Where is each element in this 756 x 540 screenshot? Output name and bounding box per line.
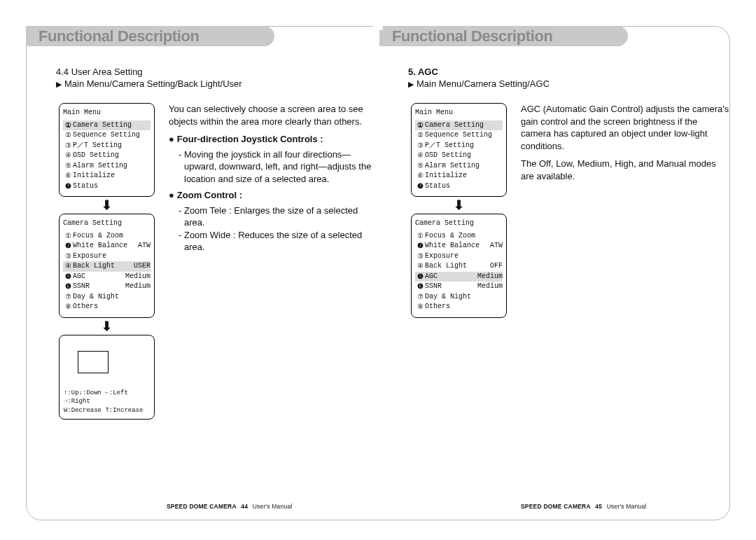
osd-row-value: Medium — [475, 282, 503, 292]
osd-menu-row: ①Focus & Zoom — [415, 231, 503, 242]
osd-row-label: P／T Setting — [73, 141, 150, 151]
osd-row-label: Status — [73, 181, 150, 192]
osd-row-label: OSD Setting — [73, 151, 150, 161]
osd-menu-row: ⑧Others — [415, 302, 503, 312]
osd-row-label: AGC — [425, 272, 475, 282]
osd-box-title: Camera Setting — [415, 219, 503, 229]
osd-row-value: Medium — [122, 282, 150, 292]
osd-row-value: Medium — [122, 272, 150, 282]
osd-row-index: ⑤ — [415, 161, 425, 172]
osd-camera-setting-menu: Camera Setting ①Focus & Zoom❷White Balan… — [59, 214, 155, 318]
osd-menu-row: ⑤Alarm Setting — [415, 161, 503, 172]
osd-row-label: White Balance — [73, 241, 135, 251]
osd-menu-row: ❼Status — [415, 181, 503, 192]
subheading-zoom: ●Zoom Control : — [169, 189, 378, 202]
osd-menu-row: ①Camera Setting — [415, 120, 503, 131]
osd-row-index: ③ — [415, 141, 425, 151]
osd-menu-column: Main Menu ①Camera Setting②Sequence Setti… — [56, 103, 158, 420]
osd-row-index: ⑧ — [415, 302, 425, 312]
osd-menu-row: ⑦Day & Night — [415, 292, 503, 303]
bullet-icon: ● — [169, 133, 174, 146]
osd-row-value: ATW — [135, 241, 150, 251]
osd-row-label: SSNR — [73, 282, 122, 292]
osd-row-index: ❷ — [63, 241, 73, 251]
osd-row-label: Others — [425, 302, 503, 312]
osd-row-label: Camera Setting — [73, 120, 150, 131]
osd-row-label: Sequence Setting — [73, 130, 150, 141]
osd-menu-row: ⑤Alarm Setting — [63, 161, 150, 172]
osd-row-label: Initialize — [425, 171, 503, 181]
down-arrow-icon: ⬇ — [102, 320, 112, 333]
osd-row-index: ④ — [63, 261, 73, 272]
preview-controls-line: ↑:Up↓:Down ←:Left →:Right — [64, 389, 150, 406]
list-item: - Moving the joystick in all four direct… — [178, 148, 378, 186]
osd-menu-row: ⑥Initialize — [63, 171, 150, 181]
tab-title: Functional Description — [38, 27, 200, 46]
osd-row-index: ❻ — [415, 282, 425, 292]
osd-menu-row: ④Back LightUSER — [63, 261, 150, 272]
osd-menu-row: ❷White BalanceATW — [415, 241, 503, 251]
osd-menu-row: ③P／T Setting — [63, 141, 150, 151]
osd-row-index: ⑦ — [415, 292, 425, 303]
osd-row-label: Status — [425, 181, 503, 192]
osd-menu-row: ❺AGCMedium — [415, 272, 503, 282]
preview-controls-line: W:Decrease T:Increase — [64, 406, 150, 415]
page-footer: SPEED DOME CAMERA 44 User's Manual — [167, 503, 292, 510]
osd-row-label: Exposure — [425, 251, 503, 262]
bullet-icon: ● — [169, 189, 174, 202]
osd-row-index: ⑦ — [63, 292, 73, 303]
description-text: You can selectively choose a screen area… — [169, 103, 378, 258]
osd-row-index: ⑥ — [63, 171, 73, 181]
osd-row-label: Initialize — [73, 171, 150, 181]
osd-menu-row: ③Exposure — [415, 251, 503, 262]
footer-page-number: 45 — [595, 503, 602, 510]
osd-menu-row: ④OSD Setting — [63, 151, 150, 161]
osd-row-label: Camera Setting — [425, 120, 503, 131]
osd-box-title: Main Menu — [63, 108, 150, 118]
osd-row-label: White Balance — [425, 241, 487, 251]
osd-row-index: ④ — [415, 151, 425, 161]
osd-row-label: SSNR — [425, 282, 475, 292]
osd-row-index: ③ — [415, 251, 425, 262]
breadcrumb-arrow-icon: ▶ — [408, 80, 414, 89]
manual-spread: Functional Description Functional Descri… — [0, 0, 756, 540]
osd-row-label: Alarm Setting — [425, 161, 503, 172]
osd-row-value: USER — [131, 261, 150, 272]
osd-row-index: ❷ — [415, 241, 425, 251]
section-heading: 5. AGC — [408, 67, 730, 77]
osd-menu-row: ⑧Others — [63, 302, 150, 312]
osd-row-index: ③ — [63, 141, 73, 151]
osd-menu-row: ❼Status — [63, 181, 150, 192]
tab-title: Functional Description — [392, 27, 553, 46]
osd-row-index: ⑤ — [63, 161, 73, 172]
osd-menu-row: ③P／T Setting — [415, 141, 503, 151]
osd-menu-row: ❺AGCMedium — [63, 272, 150, 282]
osd-box-title: Camera Setting — [63, 219, 150, 229]
section-heading: 4.4 User Area Setting — [56, 67, 378, 77]
osd-row-index: ② — [63, 130, 73, 141]
osd-menu-row: ②Sequence Setting — [63, 130, 150, 141]
osd-row-label: Alarm Setting — [73, 161, 150, 172]
osd-row-index: ④ — [63, 151, 73, 161]
breadcrumb: ▶Main Menu/Camera Setting/AGC — [408, 78, 730, 89]
osd-menu-row: ⑥Initialize — [415, 171, 503, 181]
description-text: AGC (Automatic Gain Control) adjusts the… — [521, 103, 730, 185]
page-45: 5. AGC ▶Main Menu/Camera Setting/AGC Mai… — [408, 67, 730, 490]
section-tab-right: Functional Description — [379, 26, 628, 46]
breadcrumb-arrow-icon: ▶ — [56, 80, 62, 89]
page-footer: SPEED DOME CAMERA 45 User's Manual — [521, 503, 646, 510]
footer-product: SPEED DOME CAMERA — [167, 503, 237, 510]
osd-main-menu: Main Menu ①Camera Setting②Sequence Setti… — [59, 103, 155, 197]
footer-doc-title: User's Manual — [253, 503, 293, 510]
osd-row-label: Back Light — [425, 261, 487, 272]
list-item: - Zoom Tele : Enlarges the size of a sel… — [178, 205, 378, 229]
page-44: 4.4 User Area Setting ▶Main Menu/Camera … — [56, 67, 378, 490]
osd-row-index: ① — [63, 120, 73, 131]
osd-menu-column: Main Menu ①Camera Setting②Sequence Setti… — [408, 103, 510, 318]
osd-row-index: ❺ — [63, 272, 73, 282]
osd-box-title: Main Menu — [415, 108, 503, 118]
section-tab-left: Functional Description — [26, 26, 274, 46]
osd-menu-row: ❻SSNRMedium — [63, 282, 150, 292]
osd-row-label: Back Light — [73, 261, 131, 272]
osd-menu-row: ④OSD Setting — [415, 151, 503, 161]
